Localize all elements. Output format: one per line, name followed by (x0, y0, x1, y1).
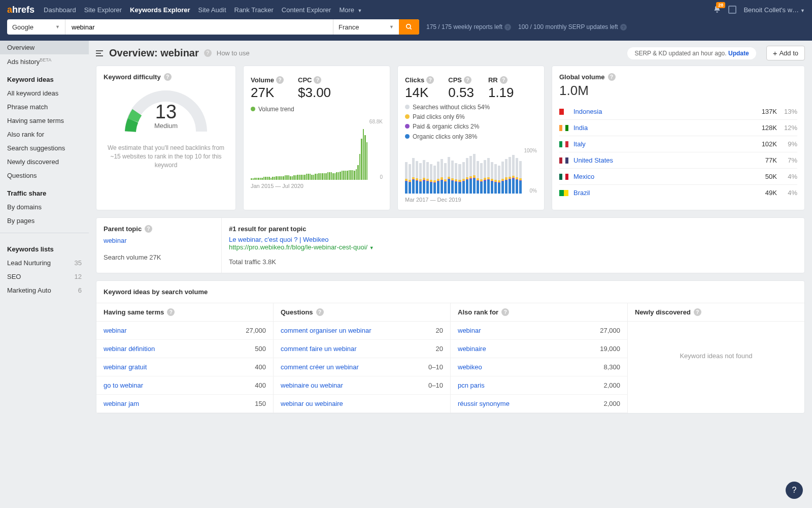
notifications-icon[interactable]: 28 (713, 5, 721, 15)
legend-item: Organic clicks only 38% (405, 132, 537, 142)
nav-rank-tracker[interactable]: Rank Tracker (234, 1, 274, 19)
gv-country-link[interactable]: United States (573, 156, 752, 164)
ki-keyword-link[interactable]: webinar gratuit (104, 363, 147, 371)
add-to-button[interactable]: +Add to (766, 46, 805, 60)
volume-trend-chart: 68.8K 0 (251, 119, 383, 180)
card-keyword-difficulty: Keyword difficulty? 13 Medium We estimat… (96, 66, 236, 210)
help-icon[interactable]: ? (316, 308, 324, 316)
gv-country-link[interactable]: Italy (573, 140, 752, 148)
sidebar-item[interactable]: Newly discovered (0, 155, 89, 169)
gv-row: Brazil49K4% (559, 184, 797, 201)
ki-keyword-link[interactable]: webinaire (458, 345, 486, 353)
help-icon[interactable]: ? (276, 76, 284, 84)
nav-more[interactable]: More ▼ (339, 1, 362, 19)
gv-country-link[interactable]: Brazil (573, 189, 752, 197)
serp-update-link[interactable]: Update (728, 50, 749, 57)
ki-keyword-link[interactable]: webinar définition (104, 345, 155, 353)
search-engine-select[interactable]: Google▼ (7, 19, 65, 35)
nav-dashboard[interactable]: Dashboard (44, 1, 76, 19)
sidebar-item[interactable]: Search suggestions (0, 141, 89, 155)
gv-country-link[interactable]: Mexico (573, 173, 752, 180)
sidebar-list-item[interactable]: Lead Nurturing35 (0, 256, 89, 270)
monthly-serp-status: 100 / 100 monthly SERP updates left? (518, 23, 627, 31)
weekly-reports-status: 175 / 175 weekly reports left? (426, 23, 511, 31)
svg-line-1 (410, 28, 412, 29)
app-switcher-icon[interactable] (728, 6, 736, 14)
logo[interactable]: ahrefs (7, 5, 35, 15)
svg-point-0 (407, 24, 411, 28)
help-icon[interactable]: ? (145, 225, 152, 233)
sidebar-item[interactable]: By pages (0, 214, 89, 228)
sidebar-item[interactable]: By domains (0, 200, 89, 214)
help-icon[interactable]: ? (204, 49, 212, 57)
sidebar-list-item[interactable]: SEO12 (0, 270, 89, 283)
sidebar-item[interactable]: All keyword ideas (0, 86, 89, 100)
nav-site-explorer[interactable]: Site Explorer (84, 1, 122, 19)
sidebar-ads-history[interactable]: Ads historyBETA (0, 54, 89, 69)
country-select[interactable]: France▼ (333, 19, 399, 35)
help-icon[interactable]: ? (164, 73, 172, 81)
sidebar-item[interactable]: Also rank for (0, 128, 89, 141)
menu-icon[interactable] (96, 50, 104, 57)
kd-note: We estimate that you'll need backlinks f… (104, 144, 228, 169)
result1-title-link[interactable]: Le webinar, c'est quoi ? | Webikeo (229, 236, 328, 243)
sidebar-item[interactable]: Having same terms (0, 114, 89, 128)
search-button[interactable] (399, 19, 419, 35)
card-volume: Volume?27K CPC?$3.00 Volume trend 68.8K … (243, 66, 390, 210)
ki-item: webinaire ou webinar0–10 (274, 376, 450, 395)
gv-row: India128K12% (559, 119, 797, 136)
sidebar-item[interactable]: Phrase match (0, 100, 89, 114)
parent-topic-link[interactable]: webinar (104, 237, 214, 244)
notif-badge: 28 (716, 2, 725, 8)
how-to-use-link[interactable]: How to use (217, 49, 250, 57)
ki-keyword-link[interactable]: webinaire ou webinar (281, 382, 343, 389)
ki-keyword-link[interactable]: pcn paris (458, 382, 485, 389)
ki-item: webinar gratuit400 (96, 358, 273, 376)
keyword-input[interactable] (65, 19, 333, 35)
help-icon[interactable]: ? (426, 76, 434, 84)
ki-col-head: Having same terms? (96, 303, 273, 322)
flag-icon (559, 109, 568, 115)
ki-keyword-link[interactable]: go to webinar (104, 382, 143, 389)
ki-keyword-link[interactable]: réussir synonyme (458, 400, 510, 407)
nav-keywords-explorer[interactable]: Keywords Explorer (130, 1, 190, 19)
help-icon[interactable]: ? (464, 76, 471, 84)
legend-item: Searches without clicks 54% (405, 103, 537, 112)
sidebar-list-item[interactable]: Marketing Auto6 (0, 283, 89, 297)
ki-keyword-link[interactable]: comment organiser un webinar (281, 327, 371, 334)
cpc-value: $3.00 (298, 85, 331, 101)
help-icon[interactable]: ? (167, 308, 175, 316)
help-icon[interactable]: ? (501, 308, 509, 316)
sidebar-head-ideas: Keyword ideas (0, 69, 89, 86)
ki-keyword-link[interactable]: webinar jam (104, 400, 139, 407)
ki-item: webinar définition500 (96, 340, 273, 358)
ki-item: comment organiser un webinar20 (274, 322, 450, 340)
ki-keyword-link[interactable]: comment faire un webinar (281, 345, 357, 353)
ki-keyword-link[interactable]: webikeo (458, 363, 482, 371)
sidebar-overview[interactable]: Overview (0, 41, 89, 54)
sidebar-item[interactable]: Questions (0, 169, 89, 182)
result1-url[interactable]: https://pro.webikeo.fr/blog/le-webinar-c… (229, 243, 367, 251)
flag-icon (559, 141, 568, 147)
ki-item: go to webinar400 (96, 376, 273, 395)
ki-keyword-link[interactable]: webinar (458, 327, 481, 334)
ki-keyword-link[interactable]: comment créer un webinar (281, 363, 359, 371)
flag-icon (559, 125, 568, 131)
gv-country-link[interactable]: India (573, 124, 752, 132)
help-icon[interactable]: ? (694, 308, 701, 316)
ki-item: comment faire un webinar20 (274, 340, 450, 358)
account-menu[interactable]: Benoit Collet's w…▼ (743, 6, 805, 14)
help-icon[interactable]: ? (500, 76, 507, 84)
help-icon[interactable]: ? (608, 73, 616, 81)
clicks-chart: 100% 0% (405, 148, 537, 194)
ki-item: webinar ou webinaire (274, 395, 450, 413)
nav-site-audit[interactable]: Site Audit (198, 1, 226, 19)
gv-country-link[interactable]: Indonesia (573, 108, 752, 115)
ki-item: webinar jam150 (96, 395, 273, 413)
ki-keyword-link[interactable]: webinar (104, 327, 127, 334)
help-icon[interactable]: ? (314, 76, 321, 84)
rr-value: 1.19 (488, 85, 514, 101)
top-nav: DashboardSite ExplorerKeywords ExplorerS… (44, 1, 713, 19)
nav-content-explorer[interactable]: Content Explorer (282, 1, 331, 19)
ki-keyword-link[interactable]: webinar ou webinaire (281, 400, 343, 407)
